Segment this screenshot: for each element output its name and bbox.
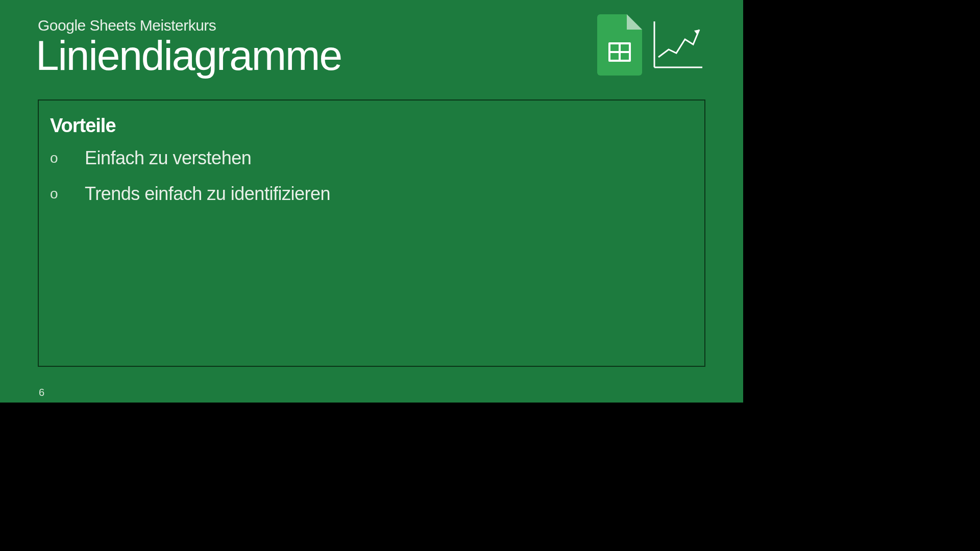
bullet-text: Trends einfach zu identifizieren	[85, 183, 330, 205]
bullet-text: Einfach zu verstehen	[85, 147, 251, 169]
slide-title: Liniendiagramme	[36, 32, 341, 80]
content-box: Vorteile o Einfach zu verstehen o Trends…	[38, 99, 705, 367]
bullet-marker: o	[50, 150, 85, 166]
bottom-bar	[0, 403, 743, 418]
bottom-black-region	[0, 418, 980, 551]
presentation-slide: Google Sheets Meisterkurs Liniendiagramm…	[0, 0, 743, 418]
header-icons	[597, 14, 702, 76]
page-number: 6	[39, 387, 44, 398]
bullet-item: o Trends einfach zu identifizieren	[50, 183, 693, 205]
line-chart-icon	[653, 21, 702, 68]
content-heading: Vorteile	[50, 115, 116, 137]
bullet-item: o Einfach zu verstehen	[50, 147, 693, 169]
bullet-list: o Einfach zu verstehen o Trends einfach …	[50, 147, 693, 219]
google-sheets-icon	[597, 14, 642, 76]
bullet-marker: o	[50, 186, 85, 202]
